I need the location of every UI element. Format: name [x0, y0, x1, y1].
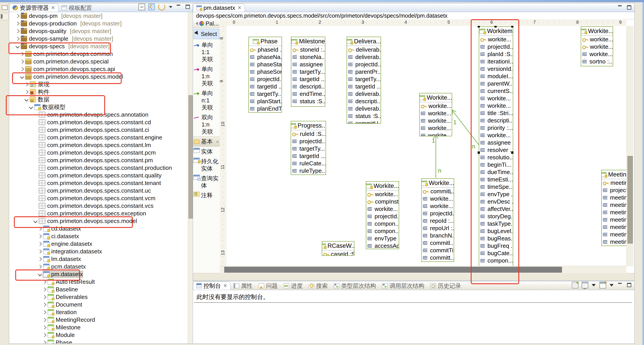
canvas-vertical-scrollbar[interactable] [626, 26, 634, 266]
tree-item-com-primeton-devops-specs-constant-pcm[interactable]: com.primeton.devops.specs.constant.pcm [9, 149, 188, 156]
palette-tool-查询实体[interactable]: 查询实体 [193, 173, 220, 190]
tree-item-com-primeton-devops-special[interactable]: com.primeton.devops.special [9, 58, 188, 65]
collapse-all-icon[interactable] [138, 3, 145, 10]
entity-field[interactable]: workite... [581, 43, 613, 50]
entity-field[interactable]: projectIc [602, 187, 626, 194]
tree-expander-icon[interactable] [37, 234, 43, 239]
refresh-icon[interactable] [158, 3, 165, 10]
tree-item-devops-sample[interactable]: devops-sample[devops master] [9, 35, 188, 42]
tree-item-com-primeton-devops-specs-annotation[interactable]: com.primeton.devops.specs.annotation [9, 111, 188, 118]
entity-field[interactable]: ... [291, 105, 325, 107]
entity-field[interactable]: workite... [479, 132, 513, 139]
entity-field[interactable]: timeSpe... [479, 183, 513, 191]
entity-field[interactable]: bugFreq ... [479, 242, 513, 250]
entity-field[interactable]: workite... [420, 102, 452, 110]
selection-handle[interactable] [511, 26, 514, 27]
view-tab-模板配置[interactable]: 模板配置 [58, 4, 95, 12]
entity-field[interactable]: moduleI... [479, 73, 513, 80]
pin-icon[interactable] [572, 282, 578, 289]
maximize-icon[interactable] [626, 5, 632, 10]
hierarchy-icon[interactable] [2, 14, 3, 18]
entity-field[interactable]: projectId... [347, 61, 380, 68]
entity-field[interactable]: accessAd... [366, 242, 399, 249]
canvas-hscroll-thumb[interactable] [224, 267, 562, 273]
project-tree[interactable]: devops-pm[devops master]devops-productio… [9, 12, 188, 344]
entity-meeting[interactable]: Meeting...meetingprojectIcmeetingmeeting… [601, 170, 626, 246]
entity-field[interactable]: targetTy... [347, 75, 380, 83]
entity-field[interactable]: envType ... [366, 235, 399, 242]
entity-field[interactable]: compon... [366, 228, 399, 235]
entity-field[interactable]: workite... [420, 132, 452, 136]
tree-item-meetingrecord[interactable]: MeetingRecord [9, 316, 188, 324]
entity-workitem-rel[interactable]: Workite...workite...workite...workite...… [419, 93, 452, 136]
tree-expander-icon[interactable] [37, 272, 43, 277]
entity-field[interactable]: planEndT... [249, 105, 282, 112]
tree-expander-icon[interactable] [15, 36, 20, 41]
tree-item-com-primeton-devops-specs-model[interactable]: com.primeton.devops.specs.model [9, 217, 188, 225]
entity-field[interactable]: meeting [602, 179, 626, 187]
selection-handle[interactable] [511, 151, 514, 154]
entity-field[interactable]: projectId... [479, 43, 513, 50]
tree-expander-icon[interactable] [42, 310, 47, 315]
tree-item-module[interactable]: Module [9, 331, 188, 339]
entity-field[interactable]: dueTime... [479, 168, 513, 176]
tree-expander-icon[interactable] [37, 226, 43, 231]
minimize-icon[interactable] [618, 5, 623, 10]
entity-field[interactable]: phaseId ... [249, 46, 282, 53]
entity-rcase[interactable]: RCaseW...caseId :S [322, 241, 354, 256]
entity-field[interactable]: deliverab... [347, 105, 380, 112]
tree-expander-icon[interactable] [42, 302, 47, 307]
palette-tool-持久化实体[interactable]: 持久化实体 [193, 156, 220, 173]
console-tab-调用层次结构[interactable]: 调用层次结构 [379, 282, 427, 290]
entity-field[interactable]: projectId... [291, 138, 326, 145]
entity-field[interactable]: meeting [602, 231, 626, 238]
close-tab-icon[interactable]: ✕ [238, 5, 242, 11]
tree-item-autotestresult[interactable]: AutoTestResult [9, 278, 188, 286]
tree-scrollbar-thumb[interactable] [188, 95, 193, 219]
entity-field[interactable]: committ... [422, 254, 454, 261]
palette-group-基本[interactable]: 基本« [193, 136, 220, 147]
tree-expander-icon[interactable] [42, 325, 47, 330]
tree-expander-icon[interactable] [42, 340, 47, 344]
tree-expander-icon[interactable] [15, 13, 20, 18]
entity-field[interactable]: status :S... [347, 112, 380, 120]
entity-field[interactable]: targetTy... [291, 68, 325, 75]
entity-field[interactable]: planStart... [249, 98, 282, 105]
entity-field[interactable]: workite... [366, 191, 399, 198]
entity-field[interactable]: parentW... [479, 80, 513, 87]
entity-field[interactable]: branchN... [422, 232, 454, 239]
tree-item-integration-datasetx[interactable]: integration.datasetx [9, 248, 188, 255]
entity-field[interactable]: stoneId :... [291, 46, 325, 53]
entity-field[interactable]: ruleCate... [291, 160, 326, 167]
tree-item-com-primeton-devops-specs-constant-pm[interactable]: com.primeton.devops.specs.constant.pm [9, 156, 188, 164]
entity-field[interactable]: descripti... [347, 98, 380, 105]
entity-field[interactable]: resolutio... [479, 154, 513, 161]
tree-expander-icon[interactable] [42, 317, 47, 323]
minimize-icon[interactable] [176, 4, 182, 10]
entity-field[interactable]: bugReas... [479, 235, 513, 242]
entity-field[interactable]: descripti... [479, 117, 513, 124]
dropdown-icon[interactable] [609, 282, 614, 288]
entity-field[interactable]: commitl... [422, 239, 454, 247]
selection-handle[interactable] [494, 26, 497, 27]
entity-field[interactable]: assignee ... [479, 139, 513, 146]
entity-field[interactable]: projectId... [366, 213, 399, 220]
entity-field[interactable]: taskType... [479, 220, 513, 228]
tree-expander-icon[interactable] [37, 264, 43, 269]
tree-expander-icon[interactable] [20, 74, 25, 79]
selection-handle[interactable] [478, 26, 480, 27]
entity-field[interactable]: priority :... [479, 124, 513, 132]
entity-field[interactable]: compInst... [366, 198, 399, 205]
entity-field[interactable]: beginTi... [479, 161, 513, 168]
palette-tool-双向1-n关联[interactable]: 双向1:n关联 [193, 112, 220, 136]
tree-expander-icon[interactable] [20, 51, 25, 56]
tree-item-com-primeton-devops-specs-constant-engine[interactable]: com.primeton.devops.specs.constant.engin… [9, 134, 188, 141]
tree-item-com-primeton-devops-specs-constant-cd[interactable]: com.primeton.devops.specs.constant.cd [9, 118, 188, 126]
entity-field[interactable]: resolver ... [479, 146, 513, 154]
entity-field[interactable]: affectVer... [479, 205, 513, 213]
entity-workitem-top[interactable]: Workite...workite...workite...workite...… [581, 26, 613, 66]
entity-field[interactable]: envType ... [479, 191, 513, 198]
entity-field[interactable]: meeting [602, 223, 626, 231]
entity-field[interactable]: deliverab... [347, 90, 380, 98]
tree-item-展现[interactable]: 展现 [9, 80, 188, 88]
